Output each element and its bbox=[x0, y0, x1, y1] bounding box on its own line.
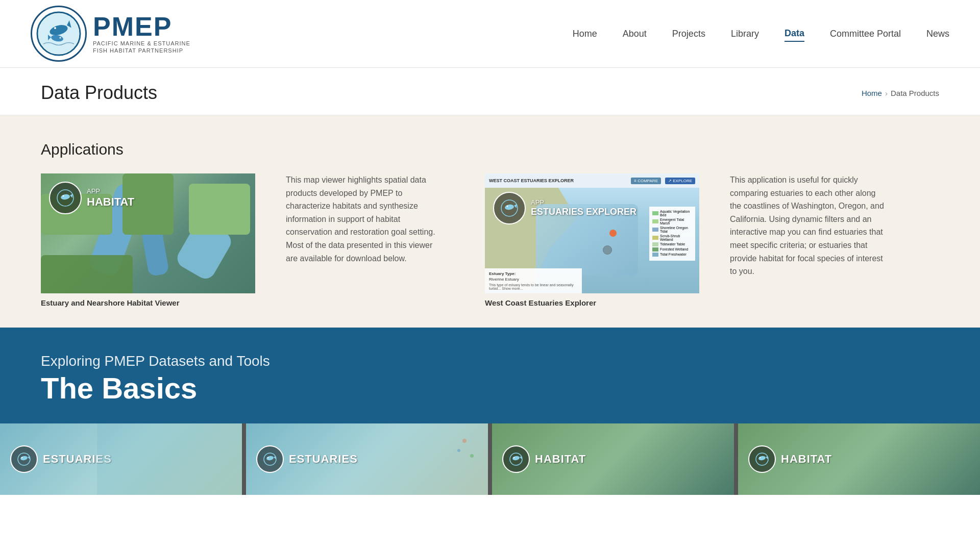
main-nav: Home About Projects Library Data Committ… bbox=[573, 26, 949, 42]
logo-pmep-text: PMEP bbox=[93, 13, 190, 40]
estuary-info: This type of estuary tends to be linear … bbox=[489, 283, 578, 290]
blue-banner: Exploring PMEP Datasets and Tools The Ba… bbox=[0, 328, 980, 423]
logo-full-line2: FISH HABITAT PARTNERSHIP bbox=[93, 47, 190, 54]
nav-data[interactable]: Data bbox=[785, 26, 804, 42]
explore-btn[interactable]: ↗ EXPLORE bbox=[665, 178, 695, 184]
app2-card[interactable]: WEST COAST ESTUARIES EXPLORER ≡ COMPARE … bbox=[485, 173, 699, 307]
applications-section: Applications bbox=[0, 115, 980, 328]
app1-title: HABITAT bbox=[87, 195, 134, 209]
app1-description: This map viewer highlights spatial data … bbox=[271, 173, 444, 265]
svg-marker-26 bbox=[520, 456, 522, 459]
app2-pair: WEST COAST ESTUARIES EXPLORER ≡ COMPARE … bbox=[485, 173, 888, 307]
breadcrumb-separator: › bbox=[885, 89, 888, 97]
app2-image: WEST COAST ESTUARIES EXPLORER ≡ COMPARE … bbox=[485, 173, 699, 293]
map-legend: Aquatic Vegetation Bed Emergent Tidal Ma… bbox=[649, 207, 695, 261]
svg-point-23 bbox=[267, 457, 268, 458]
bottom-card-3[interactable]: HABITAT bbox=[490, 423, 736, 495]
svg-point-17 bbox=[20, 456, 28, 461]
estuary-type-value: Riverine Estuary bbox=[489, 277, 578, 282]
app1-badge: APP HABITAT bbox=[49, 182, 134, 214]
map-topbar: WEST COAST ESTUARIES EXPLORER ≡ COMPARE … bbox=[485, 173, 699, 188]
bottom-card-2-badge: ESTUARIES bbox=[256, 445, 358, 473]
banner-subtitle: Exploring PMEP Datasets and Tools bbox=[41, 353, 939, 369]
nav-projects[interactable]: Projects bbox=[672, 27, 705, 41]
logo-area[interactable]: PMEP PACIFIC MARINE & ESTUARINE FISH HAB… bbox=[31, 6, 190, 62]
bottom-card-2-label: ESTUARIES bbox=[289, 453, 358, 466]
svg-point-27 bbox=[513, 457, 514, 458]
banner-title: The Basics bbox=[41, 373, 939, 403]
bottom-card-4-label: HABITAT bbox=[781, 453, 832, 466]
svg-point-7 bbox=[60, 37, 61, 39]
svg-point-11 bbox=[63, 195, 64, 197]
map-info-panel: Estuary Type: Riverine Estuary This type… bbox=[485, 268, 582, 293]
svg-point-9 bbox=[60, 194, 70, 201]
bottom-card-4-badge: HABITAT bbox=[748, 445, 832, 473]
nav-committee-portal[interactable]: Committee Portal bbox=[830, 27, 901, 41]
page-header: Data Products Home › Data Products bbox=[0, 68, 980, 115]
breadcrumb-home[interactable]: Home bbox=[862, 89, 882, 97]
page-title: Data Products bbox=[41, 82, 157, 104]
nav-library[interactable]: Library bbox=[731, 27, 759, 41]
bottom-cards: ESTUARIES ESTUARIES bbox=[0, 423, 980, 495]
app2-label: APP bbox=[531, 198, 636, 207]
svg-marker-30 bbox=[766, 456, 768, 459]
bottom-card-3-label: HABITAT bbox=[535, 453, 586, 466]
breadcrumb-current: Data Products bbox=[891, 89, 939, 97]
app1-caption: Estuary and Nearshore Habitat Viewer bbox=[41, 298, 255, 307]
app1-image: APP HABITAT bbox=[41, 173, 255, 293]
app1-pair: APP HABITAT Estuary and Nearshore Habita… bbox=[41, 173, 444, 307]
nav-about[interactable]: About bbox=[623, 27, 647, 41]
app2-caption: West Coast Estuaries Explorer bbox=[485, 298, 699, 307]
bottom-card-4-icon bbox=[748, 445, 776, 473]
breadcrumb: Home › Data Products bbox=[862, 89, 939, 97]
svg-point-13 bbox=[504, 204, 514, 211]
map-title: WEST COAST ESTUARIES EXPLORER bbox=[489, 178, 574, 183]
svg-point-31 bbox=[760, 457, 761, 458]
svg-marker-10 bbox=[70, 194, 72, 198]
bottom-card-2[interactable]: ESTUARIES bbox=[244, 423, 490, 495]
bottom-card-1-icon bbox=[10, 445, 38, 473]
bottom-card-2-icon bbox=[256, 445, 284, 473]
apps-grid: APP HABITAT Estuary and Nearshore Habita… bbox=[41, 173, 939, 328]
svg-point-4 bbox=[54, 27, 56, 29]
app1-badge-text: APP HABITAT bbox=[87, 187, 134, 209]
logo-text: PMEP PACIFIC MARINE & ESTUARINE FISH HAB… bbox=[93, 13, 190, 55]
svg-point-15 bbox=[507, 206, 508, 207]
bottom-card-3-badge: HABITAT bbox=[502, 445, 586, 473]
svg-marker-22 bbox=[274, 456, 276, 459]
applications-title: Applications bbox=[41, 141, 939, 158]
logo-circle bbox=[31, 6, 87, 62]
nav-home[interactable]: Home bbox=[573, 27, 597, 41]
svg-point-29 bbox=[758, 456, 766, 461]
bottom-card-1[interactable]: ESTUARIES bbox=[0, 423, 244, 495]
app2-description: This application is useful for quickly c… bbox=[715, 173, 888, 278]
estuary-type-label: Estuary Type: bbox=[489, 271, 578, 276]
svg-marker-18 bbox=[28, 456, 30, 459]
nav-news[interactable]: News bbox=[926, 27, 949, 41]
app1-label: APP bbox=[87, 187, 134, 195]
header: PMEP PACIFIC MARINE & ESTUARINE FISH HAB… bbox=[0, 0, 980, 68]
app2-badge-text: APP ESTUARIES EXPLORER bbox=[531, 198, 636, 217]
app2-badge-icon bbox=[493, 192, 526, 224]
app1-badge-icon bbox=[49, 182, 82, 214]
app2-title: ESTUARIES EXPLORER bbox=[531, 207, 636, 218]
svg-marker-14 bbox=[514, 204, 517, 208]
app1-card[interactable]: APP HABITAT Estuary and Nearshore Habita… bbox=[41, 173, 255, 307]
map-topbar-buttons: ≡ COMPARE ↗ EXPLORE bbox=[631, 178, 695, 184]
svg-point-25 bbox=[512, 456, 520, 461]
logo-full-line1: PACIFIC MARINE & ESTUARINE bbox=[93, 40, 190, 47]
svg-point-21 bbox=[266, 456, 274, 461]
svg-point-19 bbox=[21, 457, 22, 458]
compare-btn[interactable]: ≡ COMPARE bbox=[631, 178, 661, 184]
bottom-card-4[interactable]: HABITAT bbox=[736, 423, 980, 495]
estuary-highlight-dot bbox=[609, 230, 617, 237]
bottom-card-3-icon bbox=[502, 445, 530, 473]
app2-badge: APP ESTUARIES EXPLORER bbox=[493, 192, 636, 224]
